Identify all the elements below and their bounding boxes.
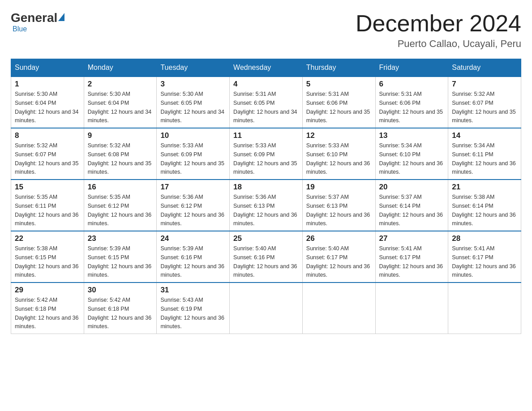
day-info: Sunrise: 5:37 AMSunset: 6:13 PMDaylight:…	[306, 194, 370, 227]
day-info: Sunrise: 5:31 AMSunset: 6:06 PMDaylight:…	[306, 91, 370, 124]
calendar-cell	[375, 283, 448, 334]
calendar-cell: 27 Sunrise: 5:41 AMSunset: 6:17 PMDaylig…	[375, 231, 448, 283]
day-number: 31	[160, 286, 226, 295]
calendar-cell: 30 Sunrise: 5:42 AMSunset: 6:18 PMDaylig…	[84, 283, 157, 334]
calendar-cell: 19 Sunrise: 5:37 AMSunset: 6:13 PMDaylig…	[302, 180, 375, 231]
calendar-table: SundayMondayTuesdayWednesdayThursdayFrid…	[11, 59, 521, 334]
calendar-cell	[230, 283, 303, 334]
calendar-cell: 23 Sunrise: 5:39 AMSunset: 6:15 PMDaylig…	[84, 231, 157, 283]
day-info: Sunrise: 5:31 AMSunset: 6:05 PMDaylight:…	[233, 91, 297, 124]
day-number: 25	[233, 234, 299, 243]
calendar-cell: 10 Sunrise: 5:33 AMSunset: 6:09 PMDaylig…	[157, 128, 230, 180]
day-number: 10	[160, 131, 226, 140]
day-number: 29	[15, 286, 80, 295]
day-info: Sunrise: 5:37 AMSunset: 6:14 PMDaylight:…	[379, 194, 443, 227]
page-header: General Blue December 2024 Puerto Callao…	[11, 11, 521, 50]
header-monday: Monday	[84, 59, 157, 77]
calendar-cell: 13 Sunrise: 5:34 AMSunset: 6:10 PMDaylig…	[375, 128, 448, 180]
day-info: Sunrise: 5:38 AMSunset: 6:15 PMDaylight:…	[15, 245, 78, 278]
calendar-cell: 24 Sunrise: 5:39 AMSunset: 6:16 PMDaylig…	[157, 231, 230, 283]
title-section: December 2024 Puerto Callao, Ucayali, Pe…	[356, 11, 521, 50]
day-number: 28	[452, 234, 517, 243]
calendar-week-3: 15 Sunrise: 5:35 AMSunset: 6:11 PMDaylig…	[11, 180, 521, 231]
day-info: Sunrise: 5:32 AMSunset: 6:07 PMDaylight:…	[15, 142, 78, 175]
calendar-cell: 12 Sunrise: 5:33 AMSunset: 6:10 PMDaylig…	[302, 128, 375, 180]
logo: General Blue	[11, 11, 64, 33]
calendar-cell: 9 Sunrise: 5:32 AMSunset: 6:08 PMDayligh…	[84, 128, 157, 180]
day-number: 9	[88, 131, 153, 140]
calendar-cell: 28 Sunrise: 5:41 AMSunset: 6:17 PMDaylig…	[448, 231, 521, 283]
day-number: 30	[88, 286, 153, 295]
day-info: Sunrise: 5:38 AMSunset: 6:14 PMDaylight:…	[452, 194, 515, 227]
calendar-cell: 17 Sunrise: 5:36 AMSunset: 6:12 PMDaylig…	[157, 180, 230, 231]
day-info: Sunrise: 5:42 AMSunset: 6:18 PMDaylight:…	[88, 297, 151, 330]
day-info: Sunrise: 5:33 AMSunset: 6:10 PMDaylight:…	[306, 142, 370, 175]
day-number: 16	[88, 183, 153, 192]
calendar-cell: 3 Sunrise: 5:30 AMSunset: 6:05 PMDayligh…	[157, 77, 230, 128]
calendar-cell: 29 Sunrise: 5:42 AMSunset: 6:18 PMDaylig…	[11, 283, 84, 334]
calendar-cell: 20 Sunrise: 5:37 AMSunset: 6:14 PMDaylig…	[375, 180, 448, 231]
day-number: 27	[379, 234, 445, 243]
calendar-cell: 7 Sunrise: 5:32 AMSunset: 6:07 PMDayligh…	[448, 77, 521, 128]
day-number: 20	[379, 183, 445, 192]
day-info: Sunrise: 5:30 AMSunset: 6:04 PMDaylight:…	[15, 91, 78, 124]
calendar-cell	[302, 283, 375, 334]
day-info: Sunrise: 5:36 AMSunset: 6:13 PMDaylight:…	[233, 194, 297, 227]
day-info: Sunrise: 5:34 AMSunset: 6:11 PMDaylight:…	[452, 142, 515, 175]
day-info: Sunrise: 5:32 AMSunset: 6:08 PMDaylight:…	[88, 142, 151, 175]
header-thursday: Thursday	[302, 59, 375, 77]
day-info: Sunrise: 5:42 AMSunset: 6:18 PMDaylight:…	[15, 297, 78, 330]
calendar-cell: 31 Sunrise: 5:43 AMSunset: 6:19 PMDaylig…	[157, 283, 230, 334]
day-info: Sunrise: 5:32 AMSunset: 6:07 PMDaylight:…	[452, 91, 515, 124]
calendar-cell: 18 Sunrise: 5:36 AMSunset: 6:13 PMDaylig…	[230, 180, 303, 231]
day-number: 24	[160, 234, 226, 243]
calendar-cell: 15 Sunrise: 5:35 AMSunset: 6:11 PMDaylig…	[11, 180, 84, 231]
day-number: 12	[306, 131, 372, 140]
calendar-cell: 8 Sunrise: 5:32 AMSunset: 6:07 PMDayligh…	[11, 128, 84, 180]
calendar-week-5: 29 Sunrise: 5:42 AMSunset: 6:18 PMDaylig…	[11, 283, 521, 334]
day-info: Sunrise: 5:39 AMSunset: 6:15 PMDaylight:…	[88, 245, 151, 278]
logo-general-text: General	[11, 11, 57, 25]
day-info: Sunrise: 5:40 AMSunset: 6:16 PMDaylight:…	[233, 245, 297, 278]
calendar-cell: 6 Sunrise: 5:31 AMSunset: 6:06 PMDayligh…	[375, 77, 448, 128]
day-info: Sunrise: 5:31 AMSunset: 6:06 PMDaylight:…	[379, 91, 443, 124]
day-number: 7	[452, 80, 517, 89]
calendar-cell: 4 Sunrise: 5:31 AMSunset: 6:05 PMDayligh…	[230, 77, 303, 128]
day-number: 23	[88, 234, 153, 243]
day-number: 14	[452, 131, 517, 140]
day-number: 2	[88, 80, 153, 89]
day-info: Sunrise: 5:35 AMSunset: 6:11 PMDaylight:…	[15, 194, 78, 227]
day-number: 5	[306, 80, 372, 89]
day-info: Sunrise: 5:36 AMSunset: 6:12 PMDaylight:…	[160, 194, 224, 227]
calendar-cell: 2 Sunrise: 5:30 AMSunset: 6:04 PMDayligh…	[84, 77, 157, 128]
logo-triangle-icon	[58, 13, 64, 21]
header-sunday: Sunday	[11, 59, 84, 77]
location: Puerto Callao, Ucayali, Peru	[356, 38, 521, 50]
day-info: Sunrise: 5:43 AMSunset: 6:19 PMDaylight:…	[160, 297, 224, 330]
month-title: December 2024	[356, 11, 521, 36]
calendar-cell: 11 Sunrise: 5:33 AMSunset: 6:09 PMDaylig…	[230, 128, 303, 180]
day-number: 18	[233, 183, 299, 192]
calendar-week-1: 1 Sunrise: 5:30 AMSunset: 6:04 PMDayligh…	[11, 77, 521, 128]
day-info: Sunrise: 5:41 AMSunset: 6:17 PMDaylight:…	[452, 245, 515, 278]
calendar-header-row: SundayMondayTuesdayWednesdayThursdayFrid…	[11, 59, 521, 77]
header-saturday: Saturday	[448, 59, 521, 77]
logo-blue-text: Blue	[13, 25, 27, 33]
calendar-cell: 25 Sunrise: 5:40 AMSunset: 6:16 PMDaylig…	[230, 231, 303, 283]
header-wednesday: Wednesday	[230, 59, 303, 77]
calendar-cell: 16 Sunrise: 5:35 AMSunset: 6:12 PMDaylig…	[84, 180, 157, 231]
day-info: Sunrise: 5:40 AMSunset: 6:17 PMDaylight:…	[306, 245, 370, 278]
calendar-cell: 14 Sunrise: 5:34 AMSunset: 6:11 PMDaylig…	[448, 128, 521, 180]
day-number: 6	[379, 80, 445, 89]
day-number: 11	[233, 131, 299, 140]
day-info: Sunrise: 5:41 AMSunset: 6:17 PMDaylight:…	[379, 245, 443, 278]
day-number: 1	[15, 80, 80, 89]
day-number: 21	[452, 183, 517, 192]
calendar-week-2: 8 Sunrise: 5:32 AMSunset: 6:07 PMDayligh…	[11, 128, 521, 180]
day-number: 26	[306, 234, 372, 243]
day-info: Sunrise: 5:33 AMSunset: 6:09 PMDaylight:…	[160, 142, 224, 175]
day-number: 15	[15, 183, 80, 192]
day-info: Sunrise: 5:35 AMSunset: 6:12 PMDaylight:…	[88, 194, 151, 227]
day-info: Sunrise: 5:30 AMSunset: 6:05 PMDaylight:…	[160, 91, 224, 124]
day-info: Sunrise: 5:30 AMSunset: 6:04 PMDaylight:…	[88, 91, 151, 124]
